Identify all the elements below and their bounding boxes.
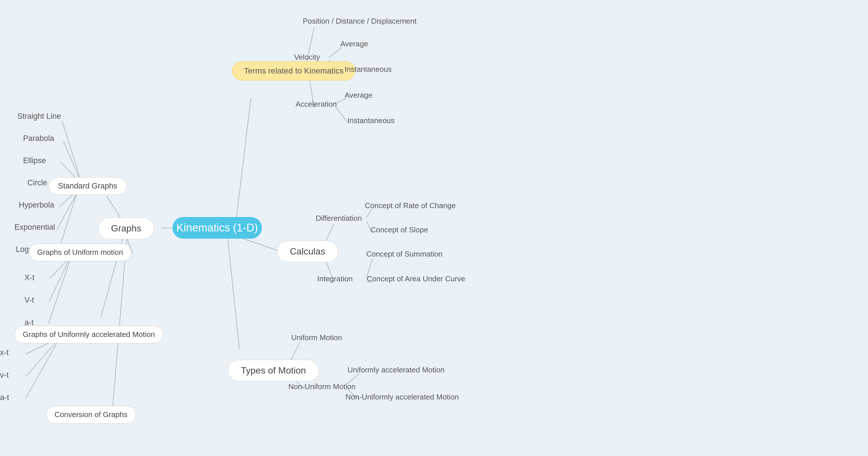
uniform-motion-node: Graphs of Uniform motion bbox=[29, 243, 131, 261]
parabola-node: Parabola bbox=[23, 134, 54, 143]
ua-motion-node: Graphs of Uniformly accelerated Motion bbox=[14, 326, 163, 343]
ua-mot2-node: Uniformly accelerated Motion bbox=[347, 365, 445, 374]
svg-line-7 bbox=[113, 236, 127, 409]
terms-node: Terms related to Kinematics bbox=[232, 61, 355, 80]
standard-graphs-node: Standard Graphs bbox=[49, 177, 127, 195]
velocity-node: Velocity bbox=[294, 53, 320, 62]
svg-line-9 bbox=[63, 141, 81, 182]
svg-line-24 bbox=[329, 47, 342, 58]
xt2-node: x-t bbox=[0, 348, 9, 357]
avg-vel-node: Average bbox=[340, 39, 368, 48]
acceleration-node: Acceleration bbox=[296, 100, 337, 109]
svg-line-2 bbox=[237, 236, 283, 252]
conversion-node: Conversion of Graphs bbox=[46, 406, 136, 423]
svg-line-30 bbox=[366, 209, 372, 218]
circle-node: Circle bbox=[27, 178, 47, 187]
ellipse-node: Ellipse bbox=[23, 156, 46, 165]
calculas-node: Calculas bbox=[277, 241, 338, 262]
at2-node: a-t bbox=[0, 393, 9, 402]
vt2-node: v-t bbox=[0, 371, 9, 380]
svg-line-8 bbox=[62, 121, 81, 180]
graphs-node: Graphs bbox=[98, 218, 154, 239]
svg-line-16 bbox=[49, 257, 71, 301]
svg-line-27 bbox=[335, 107, 348, 123]
svg-line-1 bbox=[237, 98, 251, 218]
xt-node: X-t bbox=[25, 273, 35, 282]
svg-line-14 bbox=[58, 190, 78, 251]
position-node: Position / Distance / Displacement bbox=[303, 17, 417, 26]
rate-of-change-node: Concept of Rate of Change bbox=[365, 201, 456, 210]
inst-acc-node: Instantaneous bbox=[347, 116, 395, 125]
summation-node: Concept of Summation bbox=[366, 250, 442, 259]
svg-line-20 bbox=[25, 341, 58, 399]
area-under-curve-node: Concept of Area Under Curve bbox=[367, 274, 465, 283]
non-uniform-node: Non-Uniform Motion bbox=[288, 382, 355, 391]
svg-line-19 bbox=[26, 340, 58, 377]
svg-line-17 bbox=[49, 258, 71, 324]
svg-line-3 bbox=[228, 239, 239, 349]
slope-node: Concept of Slope bbox=[371, 225, 428, 234]
integration-node: Integration bbox=[317, 274, 353, 283]
types-of-motion-node: Types of Motion bbox=[228, 360, 319, 381]
uniform-mot-node: Uniform Motion bbox=[291, 333, 342, 342]
inst-vel-node: Instantaneous bbox=[345, 65, 392, 74]
hyperbola-node: Hyperbola bbox=[19, 201, 54, 209]
center-node: Kinematics (1-D) bbox=[173, 217, 262, 239]
vt-node: V-t bbox=[25, 296, 34, 305]
differentiation-node: Differentiation bbox=[316, 214, 362, 223]
nua-mot-node: Non-Uniformly accelerated Motion bbox=[345, 393, 459, 401]
straight-line-node: Straight Line bbox=[17, 112, 61, 121]
svg-line-13 bbox=[57, 189, 79, 229]
exponential-node: Exponential bbox=[14, 223, 55, 232]
avg-acc-node: Average bbox=[345, 91, 372, 100]
